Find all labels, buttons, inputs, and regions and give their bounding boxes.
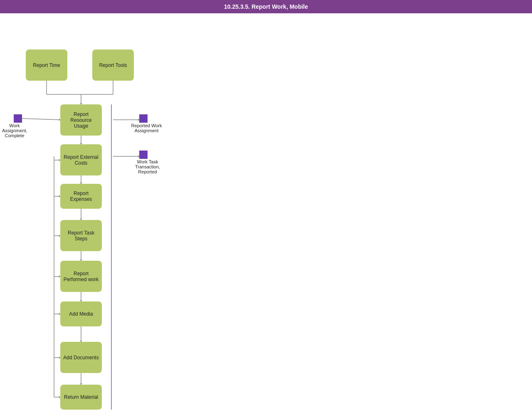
report-external-costs-node[interactable]: Report External Costs xyxy=(60,144,102,175)
work-assignment-complete-label: Work Assignment, Complete xyxy=(2,123,27,138)
work-task-transaction-reported-label: Work Task Transaction, Reported xyxy=(131,159,164,174)
add-documents-node[interactable]: Add Documents xyxy=(60,342,102,373)
report-resource-usage-node[interactable]: Report Resource Usage xyxy=(60,104,102,136)
return-material-node[interactable]: Return Material xyxy=(60,385,102,410)
work-assignment-complete-event[interactable] xyxy=(14,114,22,123)
add-media-node[interactable]: Add Media xyxy=(60,301,102,326)
reported-work-assignment-event[interactable] xyxy=(139,114,148,123)
report-performed-work-node[interactable]: Report Performed work xyxy=(60,261,102,292)
report-expenses-node[interactable]: Report Expenses xyxy=(60,184,102,209)
page-title: 10.25.3.5. Report Work, Mobile xyxy=(224,3,308,10)
report-tools-node[interactable]: Report Tools xyxy=(92,49,134,81)
svg-line-19 xyxy=(22,119,60,120)
report-time-node[interactable]: Report Time xyxy=(26,49,67,81)
work-task-transaction-reported-event[interactable] xyxy=(139,151,148,159)
report-task-steps-node[interactable]: Report Task Steps xyxy=(60,220,102,251)
title-bar: 10.25.3.5. Report Work, Mobile xyxy=(0,0,532,13)
canvas: Report Time Report Tools Report Resource… xyxy=(0,13,532,420)
reported-work-assignment-label: Reported Work Assignment xyxy=(131,123,162,133)
